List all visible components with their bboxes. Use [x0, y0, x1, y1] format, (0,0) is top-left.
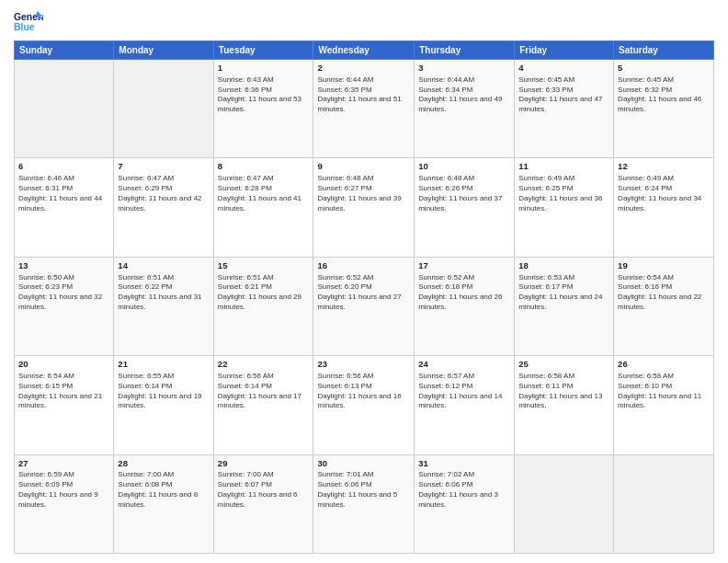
day-info: Sunrise: 6:54 AMSunset: 6:16 PMDaylight:…	[618, 273, 710, 313]
day-number: 12	[618, 161, 710, 173]
day-number: 18	[518, 260, 609, 272]
calendar-cell: 17Sunrise: 6:52 AMSunset: 6:18 PMDayligh…	[415, 257, 515, 355]
day-number: 4	[518, 63, 609, 75]
calendar-cell: 2Sunrise: 6:44 AMSunset: 6:35 PMDaylight…	[313, 60, 415, 158]
day-number: 24	[418, 359, 510, 371]
calendar-cell: 23Sunrise: 6:56 AMSunset: 6:13 PMDayligh…	[313, 356, 415, 454]
day-info: Sunrise: 7:00 AMSunset: 6:08 PMDaylight:…	[118, 470, 209, 510]
day-number: 13	[18, 260, 109, 272]
day-number: 8	[218, 161, 310, 173]
day-number: 27	[18, 458, 109, 470]
calendar-week-row: 1Sunrise: 6:43 AMSunset: 6:36 PMDaylight…	[15, 60, 714, 158]
weekday-header-sunday: Sunday	[15, 41, 114, 60]
calendar-cell: 31Sunrise: 7:02 AMSunset: 6:06 PMDayligh…	[415, 454, 515, 553]
day-info: Sunrise: 7:02 AMSunset: 6:06 PMDaylight:…	[418, 470, 510, 510]
calendar-cell: 11Sunrise: 6:49 AMSunset: 6:25 PMDayligh…	[515, 158, 614, 257]
day-info: Sunrise: 6:58 AMSunset: 6:10 PMDaylight:…	[618, 372, 710, 411]
day-info: Sunrise: 6:49 AMSunset: 6:24 PMDaylight:…	[618, 174, 710, 213]
calendar-cell: 19Sunrise: 6:54 AMSunset: 6:16 PMDayligh…	[614, 257, 714, 355]
calendar-cell: 25Sunrise: 6:58 AMSunset: 6:11 PMDayligh…	[515, 356, 614, 454]
day-info: Sunrise: 6:43 AMSunset: 6:36 PMDaylight:…	[218, 75, 310, 115]
day-number: 14	[118, 260, 209, 272]
calendar-cell: 3Sunrise: 6:44 AMSunset: 6:34 PMDaylight…	[415, 60, 515, 158]
day-info: Sunrise: 6:45 AMSunset: 6:33 PMDaylight:…	[518, 75, 609, 115]
day-info: Sunrise: 6:55 AMSunset: 6:14 PMDaylight:…	[118, 372, 209, 411]
day-number: 25	[518, 359, 609, 371]
header: General Blue	[14, 9, 714, 35]
calendar-cell	[614, 454, 714, 553]
day-info: Sunrise: 6:48 AMSunset: 6:26 PMDaylight:…	[418, 174, 510, 213]
day-info: Sunrise: 6:52 AMSunset: 6:20 PMDaylight:…	[317, 273, 410, 313]
weekday-header-friday: Friday	[515, 41, 614, 60]
day-info: Sunrise: 6:51 AMSunset: 6:21 PMDaylight:…	[218, 273, 310, 313]
calendar-cell: 28Sunrise: 7:00 AMSunset: 6:08 PMDayligh…	[114, 454, 213, 553]
calendar-cell: 7Sunrise: 6:47 AMSunset: 6:29 PMDaylight…	[114, 158, 213, 257]
day-number: 15	[218, 260, 310, 272]
calendar-cell: 5Sunrise: 6:45 AMSunset: 6:32 PMDaylight…	[614, 60, 714, 158]
day-info: Sunrise: 6:47 AMSunset: 6:28 PMDaylight:…	[218, 174, 310, 213]
calendar-cell: 6Sunrise: 6:46 AMSunset: 6:31 PMDaylight…	[15, 158, 114, 257]
calendar-week-row: 20Sunrise: 6:54 AMSunset: 6:15 PMDayligh…	[15, 356, 714, 454]
day-number: 6	[18, 161, 109, 173]
weekday-header-tuesday: Tuesday	[213, 41, 313, 60]
calendar-cell: 1Sunrise: 6:43 AMSunset: 6:36 PMDaylight…	[213, 60, 313, 158]
day-info: Sunrise: 6:59 AMSunset: 6:09 PMDaylight:…	[18, 470, 109, 510]
day-info: Sunrise: 7:01 AMSunset: 6:06 PMDaylight:…	[317, 470, 410, 510]
day-number: 28	[118, 458, 209, 470]
page: General Blue SundayMondayTuesdayWednesda…	[0, 0, 728, 563]
day-info: Sunrise: 6:58 AMSunset: 6:11 PMDaylight:…	[518, 372, 609, 411]
day-number: 23	[317, 359, 410, 371]
calendar-cell: 4Sunrise: 6:45 AMSunset: 6:33 PMDaylight…	[515, 60, 614, 158]
logo: General Blue	[14, 9, 43, 35]
day-number: 2	[317, 63, 410, 75]
day-info: Sunrise: 6:54 AMSunset: 6:15 PMDaylight:…	[18, 372, 109, 411]
calendar-cell: 29Sunrise: 7:00 AMSunset: 6:07 PMDayligh…	[213, 454, 313, 553]
day-number: 26	[618, 359, 710, 371]
calendar-cell: 15Sunrise: 6:51 AMSunset: 6:21 PMDayligh…	[213, 257, 313, 355]
weekday-header-saturday: Saturday	[614, 41, 714, 60]
day-number: 5	[618, 63, 710, 75]
weekday-header-monday: Monday	[114, 41, 213, 60]
day-info: Sunrise: 6:47 AMSunset: 6:29 PMDaylight:…	[118, 174, 209, 213]
day-number: 11	[518, 161, 609, 173]
svg-text:Blue: Blue	[14, 22, 35, 32]
day-info: Sunrise: 6:57 AMSunset: 6:12 PMDaylight:…	[418, 372, 510, 411]
day-info: Sunrise: 6:50 AMSunset: 6:23 PMDaylight:…	[18, 273, 109, 313]
calendar-cell	[515, 454, 614, 553]
day-number: 16	[317, 260, 410, 272]
weekday-header-thursday: Thursday	[415, 41, 515, 60]
calendar-table: SundayMondayTuesdayWednesdayThursdayFrid…	[14, 40, 714, 554]
calendar-cell: 14Sunrise: 6:51 AMSunset: 6:22 PMDayligh…	[114, 257, 213, 355]
general-blue-logo-icon: General Blue	[14, 9, 43, 35]
day-number: 30	[317, 458, 410, 470]
calendar-cell: 27Sunrise: 6:59 AMSunset: 6:09 PMDayligh…	[15, 454, 114, 553]
calendar-cell: 18Sunrise: 6:53 AMSunset: 6:17 PMDayligh…	[515, 257, 614, 355]
day-info: Sunrise: 6:56 AMSunset: 6:14 PMDaylight:…	[218, 372, 310, 411]
day-info: Sunrise: 7:00 AMSunset: 6:07 PMDaylight:…	[218, 470, 310, 510]
calendar-week-row: 6Sunrise: 6:46 AMSunset: 6:31 PMDaylight…	[15, 158, 714, 257]
calendar-cell	[114, 60, 213, 158]
calendar-cell: 21Sunrise: 6:55 AMSunset: 6:14 PMDayligh…	[114, 356, 213, 454]
calendar-week-row: 27Sunrise: 6:59 AMSunset: 6:09 PMDayligh…	[15, 454, 714, 553]
calendar-cell: 8Sunrise: 6:47 AMSunset: 6:28 PMDaylight…	[213, 158, 313, 257]
day-info: Sunrise: 6:48 AMSunset: 6:27 PMDaylight:…	[317, 174, 410, 213]
calendar-cell: 13Sunrise: 6:50 AMSunset: 6:23 PMDayligh…	[15, 257, 114, 355]
calendar-cell: 26Sunrise: 6:58 AMSunset: 6:10 PMDayligh…	[614, 356, 714, 454]
day-number: 29	[218, 458, 310, 470]
day-info: Sunrise: 6:44 AMSunset: 6:34 PMDaylight:…	[418, 75, 510, 115]
calendar-cell: 24Sunrise: 6:57 AMSunset: 6:12 PMDayligh…	[415, 356, 515, 454]
day-number: 21	[118, 359, 209, 371]
day-number: 31	[418, 458, 510, 470]
calendar-cell: 20Sunrise: 6:54 AMSunset: 6:15 PMDayligh…	[15, 356, 114, 454]
day-number: 20	[18, 359, 109, 371]
day-number: 3	[418, 63, 510, 75]
calendar-week-row: 13Sunrise: 6:50 AMSunset: 6:23 PMDayligh…	[15, 257, 714, 355]
calendar-cell: 22Sunrise: 6:56 AMSunset: 6:14 PMDayligh…	[213, 356, 313, 454]
calendar-cell	[15, 60, 114, 158]
day-info: Sunrise: 6:44 AMSunset: 6:35 PMDaylight:…	[317, 75, 410, 115]
day-info: Sunrise: 6:52 AMSunset: 6:18 PMDaylight:…	[418, 273, 510, 313]
calendar-cell: 12Sunrise: 6:49 AMSunset: 6:24 PMDayligh…	[614, 158, 714, 257]
day-info: Sunrise: 6:51 AMSunset: 6:22 PMDaylight:…	[118, 273, 209, 313]
day-info: Sunrise: 6:56 AMSunset: 6:13 PMDaylight:…	[317, 372, 410, 411]
calendar-cell: 9Sunrise: 6:48 AMSunset: 6:27 PMDaylight…	[313, 158, 415, 257]
